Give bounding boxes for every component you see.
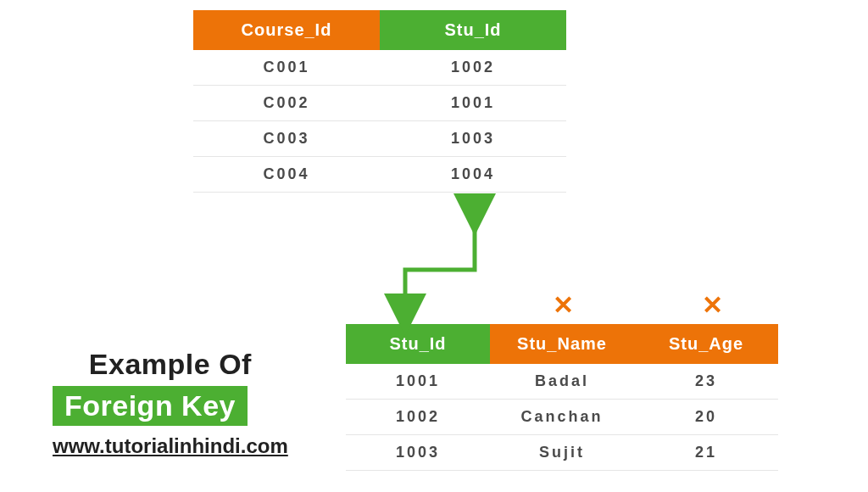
cell-stu-age: 21 xyxy=(634,435,778,471)
cell-stu-name: Badal xyxy=(490,364,634,400)
stu-name-header: Stu_Name xyxy=(490,324,634,364)
cell-stu-id: 1003 xyxy=(380,121,566,157)
source-url-label: www.tutorialinhindi.com xyxy=(53,434,288,458)
table-row: 1002 Canchan 20 xyxy=(346,400,778,435)
stu-age-header: Stu_Age xyxy=(634,324,778,364)
cell-stu-id: 1004 xyxy=(380,157,566,193)
stu-id-header: Stu_Id xyxy=(346,324,490,364)
title-line-1: Example Of xyxy=(53,348,288,381)
cell-stu-name: Canchan xyxy=(490,400,634,435)
cell-course-id: C003 xyxy=(193,121,380,157)
course-id-header: Course_Id xyxy=(193,10,380,50)
cell-course-id: C001 xyxy=(193,50,380,86)
table-row: C002 1001 xyxy=(193,86,566,121)
stu-id-header: Stu_Id xyxy=(380,10,566,50)
table-row: 1003 Sujit 21 xyxy=(346,435,778,471)
cell-stu-id: 1001 xyxy=(380,86,566,121)
table-row: C003 1003 xyxy=(193,121,566,157)
student-table: Stu_Id Stu_Name Stu_Age 1001 Badal 23 10… xyxy=(346,324,778,471)
title-block: Example Of Foreign Key www.tutorialinhin… xyxy=(53,348,288,458)
course-table: Course_Id Stu_Id C001 1002 C002 1001 C00… xyxy=(193,10,566,193)
table-row: 1001 Badal 23 xyxy=(346,364,778,400)
cell-stu-id: 1003 xyxy=(346,435,490,471)
table-row: C004 1004 xyxy=(193,157,566,193)
cell-stu-age: 20 xyxy=(634,400,778,435)
cell-stu-id: 1002 xyxy=(380,50,566,86)
title-line-2: Foreign Key xyxy=(53,386,248,426)
x-mark-icon: ✕ xyxy=(702,290,723,320)
cell-stu-id: 1001 xyxy=(346,364,490,400)
cell-stu-name: Sujit xyxy=(490,435,634,471)
cell-course-id: C004 xyxy=(193,157,380,193)
x-mark-icon: ✕ xyxy=(553,290,574,320)
cell-stu-age: 23 xyxy=(634,364,778,400)
cell-stu-id: 1002 xyxy=(346,400,490,435)
cell-course-id: C002 xyxy=(193,86,380,121)
table-row: C001 1002 xyxy=(193,50,566,86)
